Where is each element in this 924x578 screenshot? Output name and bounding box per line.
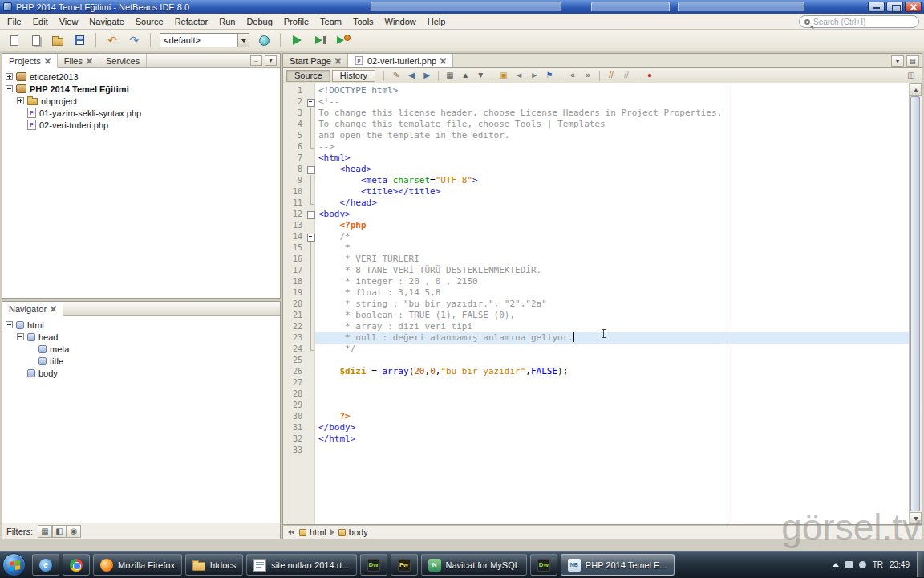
project-item-nbproject[interactable]: nbproject bbox=[2, 95, 280, 107]
code-line-12[interactable]: 12<body> bbox=[283, 209, 909, 220]
taskbar-clock[interactable]: 23:49 bbox=[890, 560, 910, 569]
menu-profile[interactable]: Profile bbox=[278, 14, 314, 29]
source-view-button[interactable]: Source bbox=[286, 70, 330, 82]
editor-windows-icon[interactable]: ▤ bbox=[906, 55, 919, 67]
code-line-17[interactable]: 17 * 8 TANE VERİ TÜRÜ DESTEKLENMEKTEDİR. bbox=[283, 265, 909, 276]
menu-tools[interactable]: Tools bbox=[347, 14, 379, 29]
filter-sort-icon[interactable]: ◉ bbox=[67, 525, 81, 538]
quick-search[interactable] bbox=[799, 15, 919, 28]
window-titlebar[interactable]: PHP 2014 Temel Eğitimi - NetBeans IDE 8.… bbox=[0, 0, 924, 14]
back-icon[interactable]: ◀ bbox=[404, 69, 419, 82]
start-button[interactable] bbox=[2, 553, 26, 576]
menu-view[interactable]: View bbox=[54, 14, 84, 29]
menu-source[interactable]: Source bbox=[130, 14, 169, 29]
expand-icon[interactable] bbox=[6, 73, 13, 80]
taskbar-item-htdocs[interactable]: htdocs bbox=[185, 554, 243, 576]
minimize-panel-icon[interactable]: – bbox=[250, 55, 262, 66]
new-project-button[interactable] bbox=[26, 31, 46, 50]
maximize-button[interactable] bbox=[886, 2, 903, 12]
code-line-13[interactable]: 13 <?php bbox=[283, 220, 909, 231]
vertical-scrollbar[interactable] bbox=[909, 83, 922, 524]
navigator-item-title[interactable]: title bbox=[2, 355, 280, 367]
history-view-button[interactable]: History bbox=[332, 70, 375, 82]
code-line-1[interactable]: 1<!DOCTYPE html> bbox=[283, 85, 909, 96]
find-selection-icon[interactable]: ▦ bbox=[443, 69, 457, 82]
taskbar-item-dw[interactable]: Dw bbox=[360, 554, 387, 576]
menu-team[interactable]: Team bbox=[314, 14, 347, 29]
collapse-icon[interactable] bbox=[6, 321, 13, 328]
shift-line-right-icon[interactable]: » bbox=[581, 69, 595, 82]
taskbar-item-php-2014-temel-e[interactable]: NBPHP 2014 Temel E... bbox=[561, 554, 675, 576]
code-line-26[interactable]: 26 $dizi = array(20,0,"bu bir yazıdır",F… bbox=[283, 366, 909, 377]
code-line-19[interactable]: 19 * float : 3,14 5,8 bbox=[283, 287, 909, 299]
document-tab-start-page[interactable]: Start Page bbox=[283, 54, 348, 67]
code-line-2[interactable]: 2<!-- bbox=[283, 96, 909, 108]
show-hidden-icons-icon[interactable] bbox=[833, 563, 839, 567]
minimize-button[interactable] bbox=[868, 2, 885, 12]
code-line-32[interactable]: 32</html> bbox=[283, 434, 909, 445]
code-line-33[interactable]: 33 bbox=[283, 445, 909, 456]
code-line-15[interactable]: 15 * bbox=[283, 242, 909, 254]
run-to-cursor-icon[interactable]: ● bbox=[642, 69, 657, 82]
navigator-item-body[interactable]: body bbox=[2, 367, 280, 379]
code-line-10[interactable]: 10 <title></title> bbox=[283, 186, 909, 197]
taskbar-item-fw[interactable]: Fw bbox=[391, 554, 418, 576]
taskbar-language[interactable]: TR bbox=[873, 560, 883, 569]
save-all-button[interactable] bbox=[70, 31, 89, 50]
shift-line-left-icon[interactable]: « bbox=[565, 69, 580, 82]
fold-collapse-icon[interactable] bbox=[306, 209, 315, 220]
project-item-php-2014-temel-e-itimi[interactable]: PHP 2014 Temel Eğitimi bbox=[2, 83, 280, 95]
uncomment-icon[interactable]: // bbox=[619, 69, 634, 82]
last-edit-icon[interactable]: ✎ bbox=[389, 69, 403, 82]
breadcrumb-collapse-icon[interactable] bbox=[287, 528, 295, 536]
undo-button[interactable]: ↶ bbox=[103, 31, 122, 50]
tab-list-icon[interactable]: ▾ bbox=[891, 55, 904, 67]
menu-edit[interactable]: Edit bbox=[27, 14, 54, 29]
scrollbar-thumb[interactable] bbox=[910, 96, 920, 511]
scroll-up-icon[interactable] bbox=[910, 83, 922, 96]
menu-run[interactable]: Run bbox=[213, 14, 241, 29]
split-document-icon[interactable]: ◫ bbox=[904, 69, 918, 82]
code-line-20[interactable]: 20 * string : "bu bir yazıdır.", "2","2a… bbox=[283, 299, 909, 310]
project-configuration-select[interactable]: <default> bbox=[160, 33, 249, 47]
code-line-24[interactable]: 24 */ bbox=[283, 344, 909, 355]
expand-icon[interactable] bbox=[17, 97, 24, 104]
navigator-item-head[interactable]: head bbox=[2, 331, 280, 343]
code-line-18[interactable]: 18 * integer : 20 , 0 , 2150 bbox=[283, 276, 909, 287]
tab-files[interactable]: Files bbox=[58, 54, 99, 67]
breadcrumb-html[interactable]: html bbox=[299, 527, 326, 537]
code-line-22[interactable]: 22 * array : dizi veri tipi bbox=[283, 321, 909, 332]
code-line-28[interactable]: 28 bbox=[283, 389, 909, 400]
fold-collapse-icon[interactable] bbox=[306, 164, 315, 175]
taskbar-item-mozilla-firefox[interactable]: Mozilla Firefox bbox=[93, 554, 182, 576]
close-icon[interactable] bbox=[440, 58, 446, 63]
filter-show-fields-icon[interactable]: ◧ bbox=[52, 525, 67, 538]
fold-collapse-icon[interactable] bbox=[306, 96, 315, 108]
redo-button[interactable]: ↷ bbox=[124, 31, 144, 50]
new-file-button[interactable] bbox=[5, 31, 24, 50]
close-icon[interactable] bbox=[87, 58, 92, 63]
navigator-item-meta[interactable]: meta bbox=[2, 343, 280, 355]
menu-window[interactable]: Window bbox=[379, 14, 422, 29]
toggle-bookmark-icon[interactable]: ⚑ bbox=[542, 69, 557, 82]
menu-debug[interactable]: Debug bbox=[241, 14, 278, 29]
find-previous-icon[interactable]: ▲ bbox=[458, 69, 472, 82]
code-line-11[interactable]: 11 </head> bbox=[283, 197, 909, 209]
next-bookmark-icon[interactable]: ► bbox=[527, 69, 541, 82]
tray-icon[interactable] bbox=[845, 561, 853, 568]
debug-project-button[interactable] bbox=[309, 31, 328, 50]
run-project-button[interactable] bbox=[287, 31, 306, 50]
code-line-14[interactable]: 14 /* bbox=[283, 231, 909, 242]
code-line-7[interactable]: 7<html> bbox=[283, 153, 909, 164]
panel-menu-icon[interactable]: ▾ bbox=[265, 55, 277, 66]
code-line-21[interactable]: 21 * boolean : TRUE (1), FALSE (0), bbox=[283, 310, 909, 321]
search-input[interactable] bbox=[813, 18, 906, 26]
filter-show-inherited-icon[interactable]: ▦ bbox=[38, 525, 52, 538]
taskbar-item-chrome[interactable] bbox=[63, 554, 90, 576]
code-line-5[interactable]: 5and open the template in the editor. bbox=[283, 130, 909, 141]
project-item-01-yazim-sekli-syntax-php[interactable]: 01-yazim-sekli-syntax.php bbox=[2, 107, 280, 119]
close-icon[interactable] bbox=[51, 306, 56, 311]
tab-projects[interactable]: Projects bbox=[2, 54, 58, 68]
menu-navigate[interactable]: Navigate bbox=[83, 14, 129, 29]
tab-navigator[interactable]: Navigator bbox=[2, 302, 63, 316]
